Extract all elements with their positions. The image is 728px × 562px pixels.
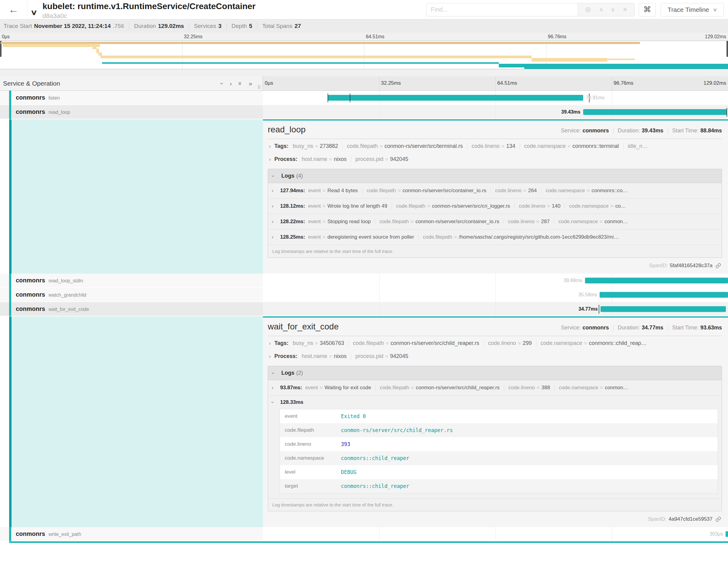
detail-indent-fill [9,316,263,527]
meta-label: Service: [561,128,581,134]
span-duration-label: 39.43ms [561,109,580,115]
logs-accordion-header[interactable]: ›Logs(4) [268,169,722,183]
expand-one-icon[interactable]: › [230,80,232,87]
meta-separator [613,128,614,134]
log-entry[interactable]: ›128.25ms:event=deregistering event sour… [268,229,722,245]
next-match-icon[interactable]: ∨ [611,6,615,13]
span-service-name: conmonrs [16,291,45,298]
span-color-accent [9,527,11,541]
equals-sign: = [329,353,332,359]
summary-label: Duration [134,23,156,29]
link-icon[interactable] [715,516,721,522]
minimap-canvas[interactable] [0,41,728,69]
field-key: code.namespace [541,340,582,346]
field-key: host.name [302,156,327,162]
logs-label: Logs [281,173,294,179]
minimap-ruler: 0μs32.25ms64.51ms96.76ms129.02ms [0,33,728,41]
minimap-right-handle[interactable] [726,41,728,57]
minimap-span [532,58,607,62]
span-row-wait_for_exit_code[interactable]: conmonrswait_for_exit_code34.77ms [0,302,728,316]
log-timestamp: 127.94ms: [280,188,305,194]
minimap-span [98,53,102,56]
clear-search-icon[interactable]: ✕ [623,6,628,13]
field: code.filepath=/home/sascha/.cargo/regist… [418,234,619,240]
logs-accordion-header[interactable]: ›Logs(2) [268,366,722,380]
keyboard-shortcuts-button[interactable]: ⌘ [639,3,656,16]
trace-view-selector[interactable]: Trace Timeline ∨ [661,3,724,16]
span-row-read_loop[interactable]: conmonrsread_loop39.43ms [0,105,728,119]
chevron-down-icon: › [270,372,276,374]
process-accordion[interactable]: ›Process:host.name=nixosprocess.pid=9420… [268,350,722,363]
detail-indent-fill [9,119,263,274]
field-key: code.filepath [347,143,378,149]
span-row-write_exit_path[interactable]: conmonrswrite_exit_path303μs [0,527,728,541]
link-icon[interactable] [715,263,721,269]
span-duration-bar[interactable] [583,109,727,115]
field-key: event [308,203,321,209]
log-entry-header[interactable]: ›128.33ms [272,399,718,405]
tags-accordion[interactable]: ›Tags:busy_ns=34506763code.filepath=conm… [268,337,722,350]
field: code.namespace=co… [565,203,626,209]
detail-meta: Service:conmonrsDuration:39.43msStart Ti… [561,128,722,134]
ruler-gridline [612,76,612,90]
span-duration-bar[interactable] [600,306,726,312]
field-key: code.namespace [546,188,585,194]
field: process.pid=942045 [351,156,408,162]
trace-collapse-toggle[interactable]: ∨ [25,3,43,17]
field-value: Wrote log line of length 49 [327,203,387,209]
log-entry[interactable]: ›93.87ms:event=Waiting for exit codecode… [268,380,722,395]
find-input[interactable] [426,3,578,16]
span-duration-bar[interactable] [600,292,728,298]
field-value: 299 [523,340,532,346]
column-resize-grip[interactable] [258,85,260,89]
detail-indent-accent [9,119,12,274]
logs-box: ›Logs(4)›127.94ms:event=Read 4 bytescode… [268,169,722,258]
field-key: code.namespace [559,385,598,391]
summary-label: Trace Start [4,23,32,29]
field-key: idle_n… [628,143,648,149]
field: code.namespace=conmonrs::child_reap… [536,340,647,346]
tags-accordion[interactable]: ›Tags:busy_ns=273882code.filepath=conmon… [268,140,722,153]
span-duration-bar[interactable] [726,531,728,537]
span-name-cell: conmonrsread_loop [0,105,263,119]
field: code.lineno=264 [491,188,537,194]
log-timestamp: 128.33ms [280,399,304,405]
meta-separator [613,325,614,331]
process-accordion[interactable]: ›Process:host.name=nixosprocess.pid=9420… [268,153,722,166]
back-arrow-icon: ← [9,4,19,15]
log-entry[interactable]: ›128.22ms:event=Stopping read loopcode.f… [268,214,722,229]
collapse-one-icon[interactable]: › [218,82,226,84]
field-key: code.filepath [379,219,409,225]
meta-label: Start Time: [672,325,699,331]
locate-icon[interactable] [585,6,591,13]
timeline-gridline [612,91,612,104]
field-value: Waiting for exit code [325,385,371,391]
field-list: event=deregistering event source from po… [308,234,619,240]
field: code.filepath=conmon-rs/server/src/conta… [362,188,486,194]
expand-all-icon[interactable]: » [249,80,252,87]
meta-value: 34.77ms [642,325,663,331]
spanid-value: 5faf48165428c37a [670,263,713,269]
collapse-all-icon[interactable]: » [236,82,244,85]
log-entry[interactable]: ›128.12ms:event=Wrote log line of length… [268,198,722,214]
ruler-tick-label: 129.02ms [703,80,726,86]
spacer-band [0,69,728,76]
span-row-watch_grandchild[interactable]: conmonrswatch_grandchild35.58ms [0,288,728,302]
field-value: conmonrs::child_reap… [589,340,647,346]
log-marker-tick [599,305,599,314]
span-operation-name: read_loop [49,109,70,115]
field-value: 942045 [390,156,408,162]
span-row-listen[interactable]: conmonrslisten70.91ms [0,91,728,105]
span-duration-bar[interactable] [328,95,583,100]
chevron-down-icon: ∨ [713,7,717,12]
span-duration-bar[interactable] [585,278,728,283]
accordion-label: Tags: [274,143,289,149]
field: host.name=nixos [302,353,347,359]
log-entry[interactable]: ›127.94ms:event=Read 4 bytescode.filepat… [268,183,722,198]
span-row-read_loop_stdin[interactable]: conmonrsread_loop_stdin39.69ms [0,274,728,288]
prev-match-icon[interactable]: ∧ [599,6,603,13]
back-button[interactable]: ← [0,0,27,19]
kv-row: eventExited 0 [280,409,718,423]
field-value: conmon-rs/server/src/child_reaper.rs [416,385,500,391]
chevron-right-icon: › [269,143,271,149]
